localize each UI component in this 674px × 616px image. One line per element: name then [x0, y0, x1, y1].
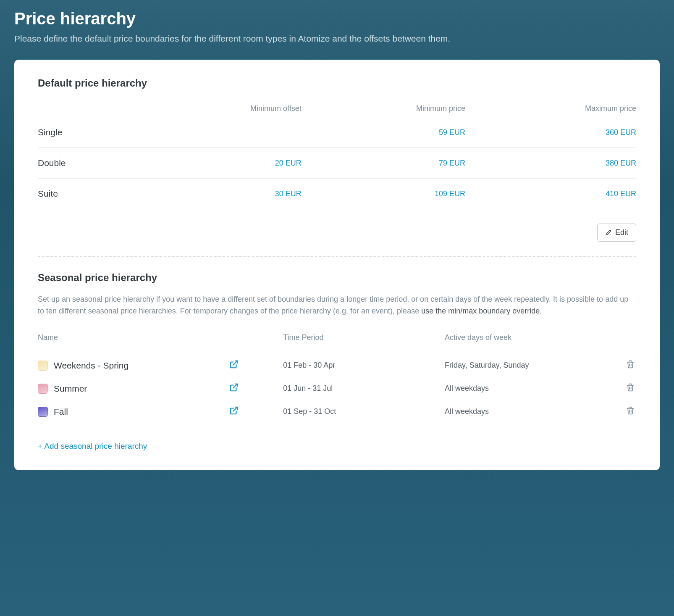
color-swatch: [38, 384, 48, 394]
season-active-days: Friday, Saturday, Sunday: [445, 354, 606, 377]
room-name: Single: [38, 125, 131, 148]
trash-icon[interactable]: [626, 406, 635, 415]
page-subtitle: Please define the default price boundari…: [14, 32, 660, 45]
table-row: Suite 30 EUR 109 EUR 410 EUR: [38, 179, 636, 209]
min-offset-value[interactable]: 30 EUR: [131, 179, 302, 209]
col-header-time-period: Time Period: [283, 333, 445, 354]
col-header-min-offset: Minimum offset: [131, 104, 302, 125]
price-hierarchy-card: Default price hierarchy Minimum offset M…: [14, 60, 660, 470]
open-icon[interactable]: [229, 360, 239, 369]
col-header-name: Name: [38, 333, 229, 354]
seasonal-description: Set up an seasonal price hierarchy if yo…: [38, 294, 636, 317]
open-icon[interactable]: [229, 406, 239, 415]
max-price-value[interactable]: 410 EUR: [465, 179, 636, 209]
min-price-value[interactable]: 109 EUR: [302, 179, 465, 209]
max-price-value[interactable]: 380 EUR: [465, 148, 636, 179]
page-title: Price hierarchy: [14, 9, 660, 28]
room-name: Double: [38, 148, 131, 179]
col-header-empty: [38, 104, 131, 125]
season-row: Fall 01 Sep - 31 Oct All weekdays: [38, 400, 636, 423]
seasonal-section-title: Seasonal price hierarchy: [38, 272, 636, 284]
default-section-title: Default price hierarchy: [38, 77, 636, 89]
col-header-min-price: Minimum price: [302, 104, 465, 125]
table-row: Double 20 EUR 79 EUR 380 EUR: [38, 148, 636, 179]
add-seasonal-button[interactable]: + Add seasonal price hierarchy: [38, 442, 147, 451]
season-time-period: 01 Sep - 31 Oct: [283, 400, 445, 423]
room-name: Suite: [38, 179, 131, 209]
season-name: Summer: [54, 384, 87, 394]
pencil-icon: [605, 229, 612, 236]
edit-button-label: Edit: [615, 228, 628, 237]
season-time-period: 01 Jun - 31 Jul: [283, 377, 445, 400]
edit-button[interactable]: Edit: [597, 224, 636, 242]
season-active-days: All weekdays: [445, 377, 606, 400]
min-price-value[interactable]: 79 EUR: [302, 148, 465, 179]
col-header-active-days: Active days of week: [445, 333, 606, 354]
col-header-max-price: Maximum price: [465, 104, 636, 125]
season-name: Weekends - Spring: [54, 361, 129, 371]
svg-line-1: [233, 384, 237, 388]
color-swatch: [38, 361, 48, 371]
table-row: Single 59 EUR 360 EUR: [38, 125, 636, 148]
svg-line-0: [233, 361, 237, 365]
section-divider: [38, 256, 636, 257]
svg-line-2: [233, 407, 237, 411]
min-offset-value: [131, 125, 302, 148]
season-row: Weekends - Spring 01 Feb - 30 Apr Friday…: [38, 354, 636, 377]
season-time-period: 01 Feb - 30 Apr: [283, 354, 445, 377]
season-active-days: All weekdays: [445, 400, 606, 423]
min-offset-value[interactable]: 20 EUR: [131, 148, 302, 179]
min-price-value[interactable]: 59 EUR: [302, 125, 465, 148]
season-row: Summer 01 Jun - 31 Jul All weekdays: [38, 377, 636, 400]
trash-icon[interactable]: [626, 383, 635, 392]
default-price-table: Minimum offset Minimum price Maximum pri…: [38, 104, 636, 209]
open-icon[interactable]: [229, 383, 239, 392]
max-price-value[interactable]: 360 EUR: [465, 125, 636, 148]
trash-icon[interactable]: [626, 360, 635, 369]
boundary-override-link[interactable]: use the min/max boundary override.: [421, 307, 542, 315]
seasonal-table: Name Time Period Active days of week Wee…: [38, 333, 636, 423]
color-swatch: [38, 407, 48, 417]
season-name: Fall: [54, 407, 68, 417]
